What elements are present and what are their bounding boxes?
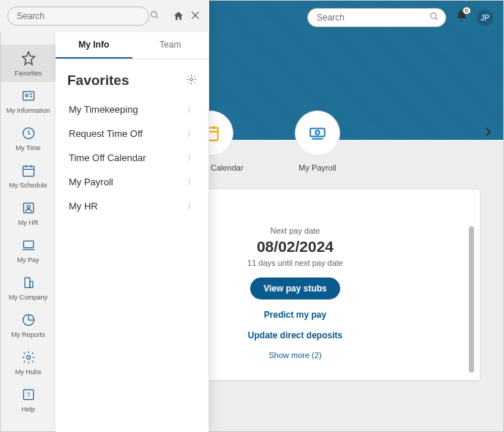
- fav-label: Time Off Calendar: [69, 152, 146, 163]
- svg-point-5: [25, 94, 27, 97]
- rail-label: My Time: [15, 144, 40, 152]
- rail-my-information[interactable]: My Information: [1, 82, 56, 119]
- chevron-right-icon: 〉: [187, 201, 195, 212]
- quick-label: My Payroll: [298, 163, 336, 172]
- home-icon[interactable]: [173, 10, 184, 22]
- quick-my-payroll[interactable]: My Payroll: [277, 111, 358, 172]
- nav-rail: Favorites My Information My Time My Sche…: [1, 1, 56, 431]
- help-icon: ?: [20, 386, 37, 403]
- pie-chart-icon: [20, 311, 37, 329]
- calendar-icon: [20, 162, 37, 179]
- svg-rect-32: [310, 129, 325, 137]
- svg-rect-4: [23, 92, 34, 100]
- fav-label: Request Time Off: [69, 128, 143, 139]
- rail-label: My Reports: [11, 331, 45, 338]
- fav-request-time-off[interactable]: Request Time Off〉: [59, 122, 206, 146]
- svg-rect-9: [23, 166, 34, 176]
- flyout-title: Favorites: [67, 72, 129, 89]
- svg-text:?: ?: [26, 391, 30, 398]
- star-icon: [20, 50, 37, 67]
- rail-my-hr[interactable]: My HR: [1, 194, 56, 231]
- rail-label: My Hubs: [15, 368, 42, 376]
- search-icon: [429, 11, 439, 24]
- rail-help[interactable]: ? Help: [1, 381, 56, 418]
- chevron-right-icon: [481, 125, 494, 138]
- user-avatar[interactable]: JP: [477, 10, 493, 26]
- svg-point-0: [151, 12, 157, 18]
- payroll-icon: [308, 124, 327, 143]
- svg-line-25: [435, 18, 437, 20]
- rail-my-time[interactable]: My Time: [1, 119, 56, 157]
- rail-my-pay[interactable]: My Pay: [1, 231, 56, 269]
- laptop-icon: [20, 237, 37, 254]
- fav-my-hr[interactable]: My HR〉: [59, 194, 206, 218]
- quick-actions-next[interactable]: [481, 125, 494, 141]
- close-icon[interactable]: [190, 10, 202, 22]
- rail-label: My Pay: [17, 256, 39, 264]
- svg-point-24: [431, 13, 437, 19]
- gear-icon: [20, 349, 37, 366]
- rail-favorites[interactable]: Favorites: [1, 45, 56, 82]
- rail-my-company[interactable]: My Company: [1, 269, 56, 306]
- tab-team[interactable]: Team: [132, 32, 209, 59]
- svg-point-23: [190, 78, 193, 81]
- flyout-search-input[interactable]: [7, 7, 149, 26]
- svg-rect-18: [29, 281, 32, 287]
- fav-time-off-calendar[interactable]: Time Off Calendar〉: [59, 146, 206, 170]
- svg-rect-15: [23, 241, 33, 247]
- settings-gear-icon[interactable]: [186, 74, 197, 88]
- building-icon: [20, 274, 37, 291]
- card-scrollbar[interactable]: [469, 226, 474, 373]
- rail-label: Favorites: [15, 70, 42, 77]
- fav-label: My Payroll: [69, 176, 113, 187]
- view-pay-stubs-button[interactable]: View pay stubs: [250, 278, 339, 299]
- rail-label: My Schedule: [9, 182, 47, 189]
- rail-my-hubs[interactable]: My Hubs: [1, 343, 56, 381]
- svg-line-1: [156, 16, 158, 18]
- top-bar: 0 JP: [307, 8, 493, 27]
- hr-icon: [20, 199, 37, 217]
- rail-my-schedule[interactable]: My Schedule: [1, 157, 56, 194]
- rail-label: Help: [21, 406, 35, 413]
- chevron-right-icon: 〉: [187, 176, 195, 187]
- notifications-button[interactable]: 0: [455, 10, 468, 26]
- svg-point-20: [26, 356, 30, 360]
- svg-point-33: [315, 130, 319, 134]
- rail-label: My HR: [18, 219, 39, 226]
- rail-my-reports[interactable]: My Reports: [1, 306, 56, 343]
- clock-icon: [20, 124, 37, 142]
- fav-label: My HR: [69, 201, 98, 212]
- svg-rect-17: [25, 278, 30, 287]
- global-search-input[interactable]: [307, 8, 446, 27]
- chevron-right-icon: 〉: [187, 152, 195, 163]
- chevron-right-icon: 〉: [187, 104, 195, 115]
- fav-label: My Timekeeping: [69, 104, 138, 115]
- chevron-right-icon: 〉: [187, 128, 195, 139]
- rail-label: My Company: [9, 294, 48, 301]
- tab-my-info[interactable]: My Info: [56, 32, 132, 59]
- search-icon: [150, 10, 159, 23]
- rail-label: My Information: [7, 107, 50, 114]
- svg-point-14: [26, 205, 29, 208]
- favorites-flyout: My Info Team Favorites My Timekeeping〉 R…: [56, 0, 209, 432]
- notification-badge: 0: [462, 7, 471, 15]
- fav-my-timekeeping[interactable]: My Timekeeping〉: [59, 97, 206, 122]
- info-card-icon: [20, 87, 37, 105]
- fav-my-payroll[interactable]: My Payroll〉: [59, 170, 206, 194]
